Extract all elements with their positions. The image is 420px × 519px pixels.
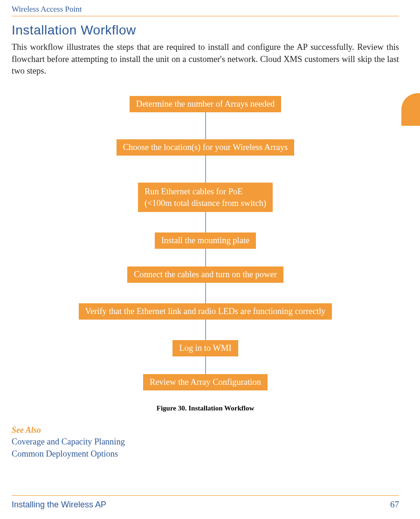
flow-step-2: Choose the location(s) for your Wireless… xyxy=(117,139,294,156)
connector xyxy=(205,112,206,139)
connector xyxy=(205,212,206,232)
see-also-link-2[interactable]: Common Deployment Options xyxy=(12,448,399,460)
flow-step-8: Review the Array Configuration xyxy=(143,374,268,390)
flow-step-1: Determine the number of Arrays needed xyxy=(130,96,281,112)
flow-step-3-line1: Run Ethernet cables for PoE xyxy=(145,186,266,198)
figure-caption: Figure 30. Installation Workflow xyxy=(12,404,399,412)
flow-step-4: Install the mounting plate xyxy=(155,232,256,249)
flow-step-3: Run Ethernet cables for PoE (<100m total… xyxy=(138,183,273,212)
flow-step-3-line2: (<100m total distance from switch) xyxy=(145,198,266,209)
section-title: Installation Workflow xyxy=(12,23,399,38)
flow-step-6: Verify that the Ethernet link and radio … xyxy=(79,303,332,320)
connector xyxy=(205,249,206,266)
page-number: 67 xyxy=(390,499,399,510)
flow-step-5: Connect the cables and turn on the power xyxy=(127,266,283,283)
connector xyxy=(205,320,206,340)
page-footer: Installing the Wireless AP 67 xyxy=(12,495,399,510)
flowchart: Determine the number of Arrays needed Ch… xyxy=(12,96,399,391)
connector xyxy=(205,356,206,374)
connector xyxy=(205,156,206,183)
see-also-link-1[interactable]: Coverage and Capacity Planning xyxy=(12,436,399,448)
footer-section-name: Installing the Wireless AP xyxy=(12,500,106,510)
header-link[interactable]: Wireless Access Point xyxy=(12,5,399,16)
side-tab-marker xyxy=(401,93,420,126)
see-also-heading: See Also xyxy=(12,425,399,435)
intro-paragraph: This workflow illustrates the steps that… xyxy=(12,41,399,77)
connector xyxy=(205,283,206,303)
flow-step-7: Log in to WMI xyxy=(172,340,238,356)
